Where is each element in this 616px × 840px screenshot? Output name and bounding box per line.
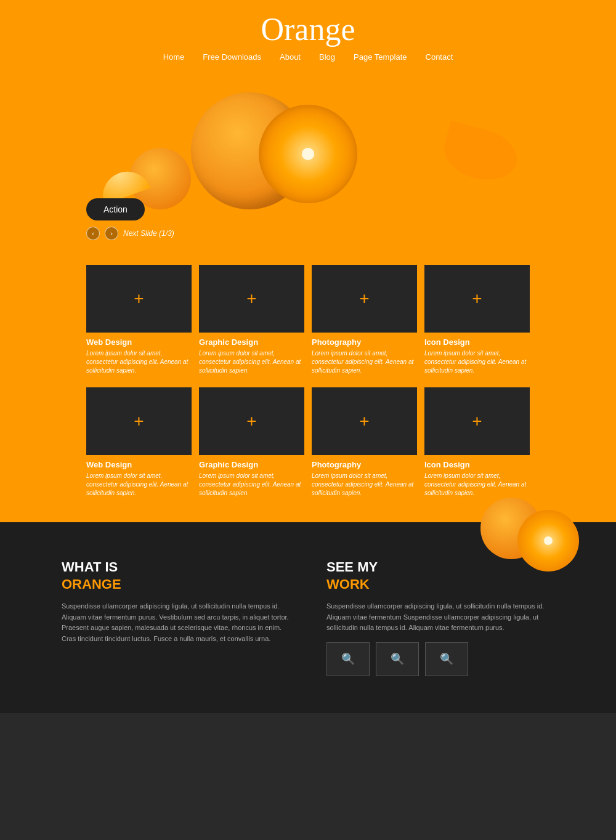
plus-icon: + <box>359 289 369 309</box>
orange-splash-decoration <box>439 121 523 187</box>
portfolio-item-title: Graphic Design <box>199 460 304 469</box>
portfolio-item-title: Photography <box>312 460 417 469</box>
plus-icon: + <box>246 411 256 431</box>
slide-counter: Next Slide (1/3) <box>123 229 174 238</box>
portfolio-item: + Web Design Lorem ipsum dolor sit amet,… <box>86 387 192 498</box>
orange-slice-decoration <box>259 105 357 203</box>
portfolio-thumbnail[interactable]: + <box>199 265 304 333</box>
prev-slide-button[interactable]: ‹ <box>86 227 100 240</box>
portfolio-grid-row1: + Web Design Lorem ipsum dolor sit amet,… <box>86 265 530 375</box>
portfolio-item-desc: Lorem ipsum dolor sit amet, consectetur … <box>86 472 192 498</box>
nav-item-about[interactable]: About <box>280 52 301 62</box>
see-my-work-heading-orange: WORK <box>326 576 554 592</box>
hero-section: Action ‹ › Next Slide (1/3) <box>0 68 616 252</box>
portfolio-item-title: Photography <box>312 337 417 347</box>
plus-icon: + <box>134 411 144 431</box>
portfolio-item-title: Web Design <box>86 460 192 469</box>
see-my-work-text: Suspendisse ullamcorper adipiscing ligul… <box>326 601 554 634</box>
portfolio-thumbnail[interactable]: + <box>86 265 192 333</box>
hero-content: Action ‹ › Next Slide (1/3) <box>0 198 174 240</box>
next-slide-button[interactable]: › <box>105 227 118 240</box>
portfolio-item-desc: Lorem ipsum dolor sit amet, consectetur … <box>199 349 304 375</box>
plus-icon: + <box>359 411 369 431</box>
portfolio-section: + Web Design Lorem ipsum dolor sit amet,… <box>0 252 616 522</box>
deco-orange-slice <box>517 510 579 571</box>
portfolio-item-desc: Lorem ipsum dolor sit amet, consectetur … <box>312 472 417 498</box>
search-icon: 🔍 <box>341 652 355 666</box>
portfolio-item-desc: Lorem ipsum dolor sit amet, consectetur … <box>312 349 417 375</box>
main-nav: HomeFree DownloadsAboutBlogPage Template… <box>0 52 616 62</box>
portfolio-item-desc: Lorem ipsum dolor sit amet, consectetur … <box>199 472 304 498</box>
portfolio-item-title: Web Design <box>86 337 192 347</box>
work-thumbnails: 🔍🔍🔍 <box>326 642 554 676</box>
portfolio-grid-row2: + Web Design Lorem ipsum dolor sit amet,… <box>86 387 530 498</box>
what-is-text: Suspendisse ullamcorper adipiscing ligul… <box>62 601 290 644</box>
site-header: Orange HomeFree DownloadsAboutBlogPage T… <box>0 0 616 68</box>
plus-icon: + <box>472 411 482 431</box>
plus-icon: + <box>246 289 256 309</box>
portfolio-item-title: Icon Design <box>424 337 530 347</box>
work-thumbnail-1[interactable]: 🔍 <box>326 642 370 676</box>
nav-item-page-template[interactable]: Page Template <box>354 52 407 62</box>
portfolio-item: + Icon Design Lorem ipsum dolor sit amet… <box>424 387 530 498</box>
plus-icon: + <box>472 289 482 309</box>
slide-navigation: ‹ › Next Slide (1/3) <box>86 227 174 240</box>
portfolio-item: + Graphic Design Lorem ipsum dolor sit a… <box>199 387 304 498</box>
search-icon: 🔍 <box>440 652 453 666</box>
portfolio-thumbnail[interactable]: + <box>424 387 530 455</box>
nav-item-contact[interactable]: Contact <box>426 52 453 62</box>
search-icon: 🔍 <box>391 652 404 666</box>
what-is-heading-orange: ORANGE <box>62 576 290 592</box>
portfolio-thumbnail[interactable]: + <box>424 265 530 333</box>
portfolio-item-title: Icon Design <box>424 460 530 469</box>
portfolio-item-desc: Lorem ipsum dolor sit amet, consectetur … <box>424 472 530 498</box>
action-button[interactable]: Action <box>86 198 145 220</box>
portfolio-item: + Icon Design Lorem ipsum dolor sit amet… <box>424 265 530 375</box>
what-is-heading-white: WHAT IS <box>62 559 290 575</box>
portfolio-thumbnail[interactable]: + <box>86 387 192 455</box>
portfolio-item-desc: Lorem ipsum dolor sit amet, consectetur … <box>86 349 192 375</box>
dark-section-inner: WHAT IS ORANGE Suspendisse ullamcorper a… <box>0 559 616 676</box>
portfolio-item: + Graphic Design Lorem ipsum dolor sit a… <box>199 265 304 375</box>
see-my-work-column: SEE MY WORK Suspendisse ullamcorper adip… <box>326 559 554 676</box>
see-my-work-heading-white: SEE MY <box>326 559 554 575</box>
nav-item-free-downloads[interactable]: Free Downloads <box>203 52 261 62</box>
portfolio-item: + Web Design Lorem ipsum dolor sit amet,… <box>86 265 192 375</box>
portfolio-thumbnail[interactable]: + <box>312 387 417 455</box>
nav-item-blog[interactable]: Blog <box>319 52 335 62</box>
portfolio-item-desc: Lorem ipsum dolor sit amet, consectetur … <box>424 349 530 375</box>
work-thumbnail-3[interactable]: 🔍 <box>425 642 468 676</box>
site-title: Orange <box>0 11 616 47</box>
what-is-column: WHAT IS ORANGE Suspendisse ullamcorper a… <box>62 559 290 676</box>
portfolio-thumbnail[interactable]: + <box>199 387 304 455</box>
dark-section: WHAT IS ORANGE Suspendisse ullamcorper a… <box>0 522 616 713</box>
portfolio-item: + Photography Lorem ipsum dolor sit amet… <box>312 387 417 498</box>
portfolio-item: + Photography Lorem ipsum dolor sit amet… <box>312 265 417 375</box>
portfolio-item-title: Graphic Design <box>199 337 304 347</box>
nav-item-home[interactable]: Home <box>163 52 185 62</box>
work-thumbnail-2[interactable]: 🔍 <box>376 642 419 676</box>
portfolio-thumbnail[interactable]: + <box>312 265 417 333</box>
plus-icon: + <box>134 289 144 309</box>
